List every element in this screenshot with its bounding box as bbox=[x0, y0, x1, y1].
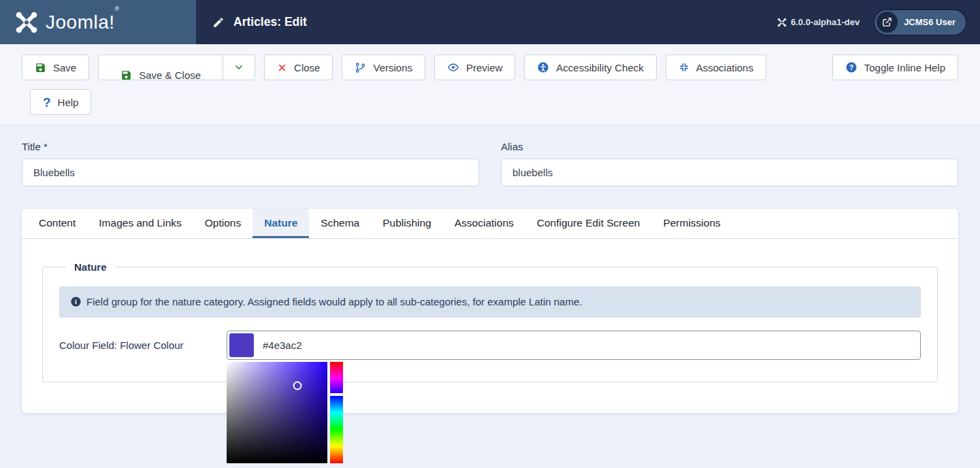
svg-text:i: i bbox=[75, 298, 77, 305]
joomla-brand[interactable]: Joomla!® bbox=[0, 0, 196, 44]
save-close-button-group: Save & Close bbox=[98, 54, 255, 80]
top-header: Joomla!® Articles: Edit bbox=[0, 0, 980, 44]
save-button[interactable]: Save bbox=[22, 54, 89, 80]
version-label: 6.0.0-alpha1-dev bbox=[777, 17, 860, 27]
tab-permissions[interactable]: Permissions bbox=[651, 209, 732, 238]
save-icon bbox=[120, 69, 132, 81]
tab-images-and-links[interactable]: Images and Links bbox=[87, 209, 193, 238]
tab-configure-edit-screen[interactable]: Configure Edit Screen bbox=[525, 209, 652, 238]
compress-icon bbox=[679, 62, 689, 73]
colour-field-label: Colour Field: Flower Colour bbox=[59, 339, 227, 351]
tab-associations[interactable]: Associations bbox=[443, 209, 525, 238]
title-field-group: Title * bbox=[22, 141, 479, 186]
tab-publishing[interactable]: Publishing bbox=[371, 209, 443, 238]
joomla-logo-icon bbox=[15, 11, 38, 34]
alias-input[interactable] bbox=[501, 158, 958, 186]
colour-hex-input[interactable] bbox=[263, 339, 918, 351]
tab-schema[interactable]: Schema bbox=[309, 209, 371, 238]
page-title: Articles: Edit bbox=[233, 15, 307, 29]
toolbar: Save Save & Close Close bbox=[0, 44, 980, 125]
main-content: Title * Alias Content Images and Links O… bbox=[0, 125, 980, 413]
colour-field-controls bbox=[227, 331, 921, 360]
nature-legend: Nature bbox=[66, 261, 115, 273]
info-icon: i bbox=[70, 296, 82, 307]
toolbar-row-1: Save Save & Close Close bbox=[22, 54, 958, 80]
save-and-close-button[interactable]: Save & Close bbox=[98, 54, 223, 80]
user-menu-button[interactable]: JCMS6 User bbox=[873, 9, 967, 36]
colour-swatch[interactable] bbox=[229, 333, 254, 357]
title-input[interactable] bbox=[22, 158, 479, 186]
header-right: 6.0.0-alpha1-dev JCMS6 User bbox=[777, 0, 980, 44]
nature-tab-panel: Nature i Field group for the nature cate… bbox=[22, 239, 958, 413]
eye-icon bbox=[447, 61, 459, 73]
hue-marker[interactable] bbox=[330, 393, 343, 396]
tab-bar: Content Images and Links Options Nature … bbox=[22, 209, 958, 239]
preview-button[interactable]: Preview bbox=[434, 54, 515, 80]
accessibility-icon bbox=[537, 61, 549, 73]
colour-input[interactable] bbox=[227, 331, 921, 360]
save-icon bbox=[35, 62, 46, 73]
colour-field-row: Colour Field: Flower Colour bbox=[59, 331, 921, 360]
tab-options[interactable]: Options bbox=[193, 209, 252, 238]
code-branch-icon bbox=[355, 62, 366, 73]
picker-cursor[interactable] bbox=[293, 382, 301, 390]
pencil-icon bbox=[212, 16, 225, 29]
nature-fieldset: Nature i Field group for the nature cate… bbox=[42, 261, 938, 382]
toggle-inline-help-button[interactable]: ? Toggle Inline Help bbox=[832, 54, 958, 80]
user-menu-label: JCMS6 User bbox=[904, 17, 956, 27]
tab-content[interactable]: Content bbox=[27, 209, 87, 238]
chevron-down-icon bbox=[233, 62, 244, 73]
help-button[interactable]: ? Help bbox=[30, 89, 91, 115]
colour-picker-popup bbox=[227, 362, 343, 463]
save-options-dropdown-button[interactable] bbox=[223, 54, 255, 80]
close-button[interactable]: Close bbox=[264, 54, 333, 80]
question-icon: ? bbox=[43, 96, 51, 109]
external-link-icon bbox=[877, 12, 898, 33]
page-heading: Articles: Edit bbox=[196, 0, 777, 44]
close-icon bbox=[277, 63, 287, 73]
alias-label: Alias bbox=[501, 141, 958, 152]
associations-button[interactable]: Associations bbox=[666, 54, 766, 80]
svg-text:?: ? bbox=[849, 64, 853, 71]
info-alert-text: Field group for the nature category. Ass… bbox=[86, 295, 582, 309]
title-alias-row: Title * Alias bbox=[22, 141, 958, 186]
title-label: Title * bbox=[22, 141, 479, 152]
joomla-version-icon bbox=[777, 18, 787, 27]
versions-button[interactable]: Versions bbox=[342, 54, 425, 80]
saturation-square[interactable] bbox=[227, 362, 327, 463]
hue-slider[interactable] bbox=[330, 362, 343, 463]
help-circle-icon: ? bbox=[845, 61, 858, 73]
alias-field-group: Alias bbox=[501, 141, 958, 186]
info-alert: i Field group for the nature category. A… bbox=[59, 286, 921, 318]
toolbar-row-2: ? Help bbox=[22, 89, 958, 115]
tab-nature[interactable]: Nature bbox=[252, 209, 309, 238]
accessibility-check-button[interactable]: Accessibility Check bbox=[524, 54, 656, 80]
edit-card: Content Images and Links Options Nature … bbox=[22, 209, 958, 413]
brand-wordmark: Joomla!® bbox=[46, 12, 120, 33]
